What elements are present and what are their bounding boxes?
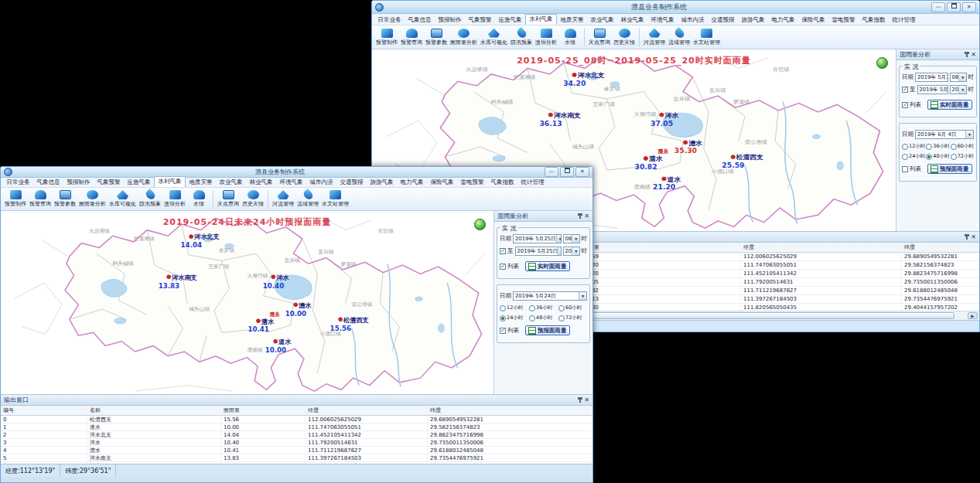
menu-item-气象信息[interactable]: 气象信息	[405, 15, 435, 25]
column-header[interactable]: 面雨量	[221, 406, 306, 415]
menu-item-雷电预警[interactable]: 雷电预警	[828, 15, 859, 25]
window-titlebar[interactable]: 澧县业务制作系统 — ✕	[372, 1, 979, 14]
menu-item-旅游气象[interactable]: 旅游气象	[367, 178, 397, 187]
menu-item-交通预报[interactable]: 交通预报	[336, 178, 367, 187]
list-checkbox[interactable]	[500, 264, 506, 270]
toolbar-river-manage-button[interactable]: 河流管理	[271, 190, 295, 208]
menu-item-统计管理[interactable]: 统计管理	[517, 178, 548, 187]
maximize-button[interactable]	[947, 2, 961, 12]
radio-12小时[interactable]: 12小时	[500, 304, 528, 311]
end-date-select[interactable]: 2019年 5月25日 ▼	[917, 85, 948, 94]
table-row[interactable]: 2涔水北支14.04111.45210541134229.88234757169…	[1, 431, 592, 439]
end-hour-select[interactable]: 20 ▼	[563, 247, 580, 256]
radio-72小时[interactable]: 72小时	[558, 315, 587, 321]
menu-item-统计管理[interactable]: 统计管理	[889, 15, 919, 25]
panel-header[interactable]: 面雨量分析 ✕	[896, 49, 979, 60]
menu-item-旅游气象[interactable]: 旅游气象	[738, 15, 768, 25]
forecast-date-select[interactable]: 2019年 5月24日 ▼	[513, 291, 587, 301]
toolbar-flood-plan-button[interactable]: 防汛预案	[138, 190, 162, 208]
radio-24小时[interactable]: 24小时	[500, 315, 528, 321]
map-area[interactable]: 火连坡镇甘溪滩镇码头铺镇金罗镇王家厂镇大堰垱镇盐井镇复兴镇梦溪镇官垸镇雷公塔镇小…	[1, 211, 493, 394]
window-titlebar[interactable]: 澧县业务制作系统 — ✕	[1, 167, 592, 178]
radio-36小时[interactable]: 36小时	[529, 304, 558, 311]
menu-item-交通预报[interactable]: 交通预报	[708, 15, 738, 25]
toolbar-hydro-station-button[interactable]: 水文站管理	[320, 190, 350, 208]
toolbar-alert-query-button[interactable]: 预警查询	[399, 29, 424, 46]
pin-icon[interactable]	[579, 397, 581, 403]
pin-icon[interactable]	[966, 234, 968, 240]
minimize-button[interactable]: —	[545, 167, 558, 177]
to-checkbox[interactable]	[500, 248, 506, 254]
scroll-right-arrow[interactable]: ▶	[968, 312, 978, 319]
list-checkbox[interactable]	[902, 166, 908, 172]
column-header[interactable]: 面雨量	[581, 243, 741, 252]
toolbar-water-regime-button[interactable]: 水情	[558, 29, 582, 46]
column-header[interactable]: 编号	[1, 406, 87, 415]
end-date-select[interactable]: 2019年 5月25日 ▼	[515, 247, 562, 256]
menu-item-预报制作[interactable]: 预报制作	[435, 15, 465, 25]
maximize-button[interactable]	[560, 167, 574, 177]
start-date-select[interactable]: 2019年 5月25日 ▼	[915, 73, 948, 82]
toolbar-areal-rain-button[interactable]: 面雨量分析	[77, 190, 108, 208]
column-header[interactable]: 名称	[87, 406, 221, 415]
toolbar-history-disaster-button[interactable]: 历史灾情	[612, 29, 637, 46]
station-marker[interactable]	[271, 275, 275, 279]
to-checkbox[interactable]	[902, 87, 908, 93]
menu-item-保险气象[interactable]: 保险气象	[798, 15, 828, 25]
menu-item-雷电预警[interactable]: 雷电预警	[457, 178, 487, 187]
station-marker[interactable]	[572, 73, 576, 77]
menu-item-电力气象[interactable]: 电力气象	[768, 15, 798, 25]
menu-item-林业气象[interactable]: 林业气象	[246, 178, 276, 187]
station-marker[interactable]	[684, 141, 688, 145]
menu-item-气象预警[interactable]: 气象预警	[94, 178, 124, 187]
toolbar-alert-params-button[interactable]: 预警参数	[53, 190, 77, 208]
menu-item-农业气象[interactable]: 农业气象	[216, 178, 246, 187]
station-marker[interactable]	[548, 113, 552, 117]
station-marker[interactable]	[167, 275, 171, 279]
menu-item-气象指数[interactable]: 气象指数	[487, 178, 517, 187]
menu-item-水利气象[interactable]: 水利气象	[525, 14, 557, 25]
column-header[interactable]: 纬度	[428, 406, 592, 415]
menu-item-地质灾害[interactable]: 地质灾害	[186, 178, 216, 187]
station-marker[interactable]	[274, 339, 278, 343]
map-tool-button[interactable]	[876, 57, 888, 69]
table-row[interactable]: 4澧水10.41111.71121968762729.6188012485048	[1, 447, 592, 454]
toolbar-disaster-query-button[interactable]: 灾点查询	[587, 29, 612, 46]
toolbar-disaster-query-button[interactable]: 灾点查询	[216, 190, 241, 208]
toolbar-flood-plan-button[interactable]: 防汛预案	[509, 29, 534, 46]
close-button[interactable]: ✕	[575, 167, 589, 177]
toolbar-basin-manage-button[interactable]: 流域管理	[295, 190, 320, 208]
toolbar-history-disaster-button[interactable]: 历史灾情	[241, 190, 265, 208]
menu-item-气象指数[interactable]: 气象指数	[859, 15, 889, 25]
toolbar-alert-make-button[interactable]: 预警制作	[3, 190, 28, 208]
toolbar-river-manage-button[interactable]: 河流管理	[642, 29, 667, 46]
radio-60小时[interactable]: 60小时	[558, 304, 587, 311]
menu-item-地质灾害[interactable]: 地质灾害	[557, 15, 587, 25]
radio-48小时[interactable]: 48小时	[926, 153, 949, 160]
menu-item-日常业务[interactable]: 日常业务	[374, 15, 405, 25]
station-marker[interactable]	[662, 177, 666, 181]
menu-item-城市内涝[interactable]: 城市内涝	[306, 178, 336, 187]
toolbar-hydro-station-button[interactable]: 水文站管理	[691, 29, 722, 46]
forecast-date-select[interactable]: 2019年 6月 4日 ▼	[915, 130, 974, 139]
output-header[interactable]: 输出窗口 ✕	[1, 395, 592, 406]
close-icon[interactable]: ✕	[971, 52, 976, 58]
minimize-button[interactable]: —	[931, 2, 945, 12]
pin-icon[interactable]	[579, 213, 581, 219]
toolbar-alert-make-button[interactable]: 预警制作	[374, 29, 399, 46]
menu-item-保险气象[interactable]: 保险气象	[427, 178, 457, 187]
toolbar-alert-params-button[interactable]: 预警参数	[424, 29, 449, 46]
close-button[interactable]: ✕	[962, 2, 976, 12]
start-date-select[interactable]: 2019年 5月25日 ▼	[513, 234, 562, 243]
close-icon[interactable]: ✕	[584, 397, 589, 403]
start-hour-select[interactable]: 08 ▼	[563, 234, 580, 243]
station-marker[interactable]	[644, 157, 647, 161]
toolbar-basin-manage-button[interactable]: 流域管理	[667, 29, 691, 46]
menu-item-日常业务[interactable]: 日常业务	[3, 178, 33, 187]
toolbar-reservoir-button[interactable]: 水库可视化	[479, 29, 509, 46]
menu-item-应急气象[interactable]: 应急气象	[495, 15, 525, 25]
column-header[interactable]: 经度	[741, 243, 902, 252]
table-row[interactable]: 0松澧西支15.56112.00602562502929.68905495322…	[1, 416, 592, 423]
toolbar-areal-rain-button[interactable]: 面雨量分析	[449, 29, 479, 46]
menu-item-林业气象[interactable]: 林业气象	[617, 15, 647, 25]
